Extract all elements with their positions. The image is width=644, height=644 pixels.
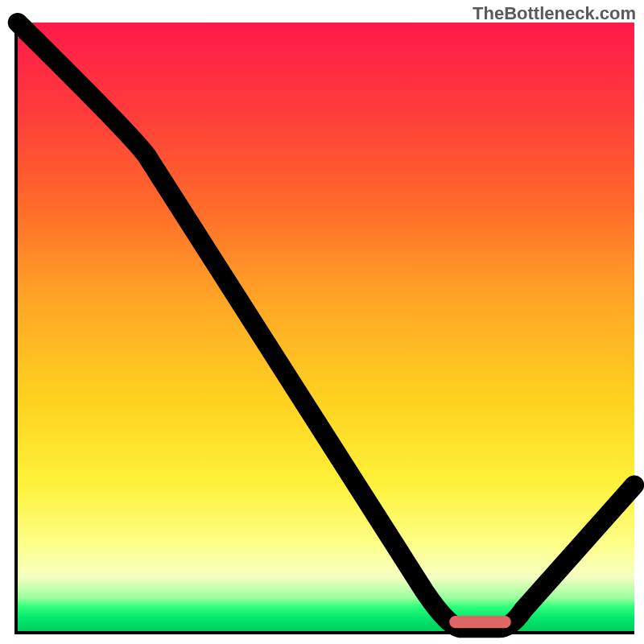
chart-svg	[18, 23, 634, 631]
watermark-text: TheBottleneck.com	[473, 3, 636, 24]
optimal-zone-marker	[449, 616, 511, 628]
bottleneck-curve	[18, 23, 634, 628]
bottleneck-chart	[14, 23, 634, 634]
